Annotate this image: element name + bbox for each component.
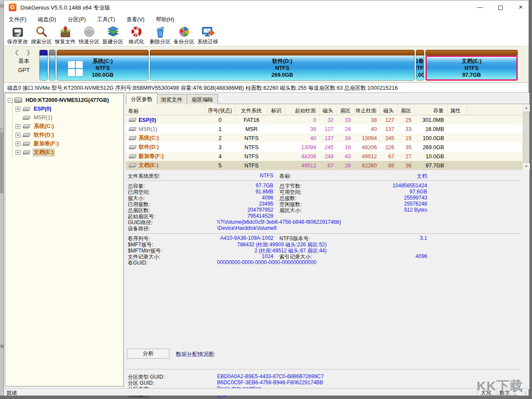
menu-partition[interactable]: 分区(P) — [63, 14, 91, 25]
collapse-expander-icon[interactable]: − — [8, 98, 13, 103]
col-capacity[interactable]: 容量 — [415, 105, 448, 115]
quick-partition-button[interactable]: 快速分区 — [77, 25, 101, 46]
col-end-head[interactable]: 磁头 — [380, 105, 398, 115]
col-attr[interactable]: 属性 — [448, 105, 467, 115]
tab-partition-params[interactable]: 分区参数 — [126, 93, 157, 105]
tree-item-d[interactable]: + 软件(D:) — [5, 131, 55, 139]
partition-block-e-selected[interactable]: 文档(E:) NTFS 97.7GB — [425, 50, 518, 81]
resize-grip[interactable]: ⠿ — [524, 391, 528, 396]
detail-row-mftmirr: $MFTMirr簇号: 2 (柱面:49512 磁头:67 扇区:44) — [126, 247, 522, 254]
detail-row-cluster-size: 簇大小: 4096 总簇数: 25599743 — [126, 195, 522, 201]
table-row-f[interactable]: 新加卷(F:) 4 NTFS 48206 248 43 49512 67 27 … — [126, 152, 522, 161]
expand-icon[interactable]: + — [16, 141, 20, 146]
maximize-button[interactable] — [493, 0, 508, 14]
menu-file[interactable]: 文件(F) — [4, 14, 31, 25]
tree-item-esp[interactable]: + ESP(0) — [5, 105, 52, 113]
detail-row-capacity: 总容量: 97.7GB 总字节数: 104856551424 — [126, 183, 522, 189]
partition-block-d[interactable]: 软件(D:) NTFS 269.0GB — [150, 50, 415, 81]
tab-sector-edit[interactable]: 扇区编辑 — [187, 94, 218, 104]
partition-icon — [23, 150, 31, 154]
col-end-cylinder[interactable]: 终止柱面 — [354, 105, 380, 115]
format-button[interactable]: 格式化 — [126, 25, 147, 46]
partition-icon — [129, 154, 137, 158]
tree-item-msr[interactable]: MSR(1) — [5, 113, 54, 122]
new-partition-button[interactable]: 新建分区 — [101, 25, 125, 46]
scrollbar-thumb[interactable] — [523, 111, 529, 163]
partition-block-f[interactable]: 新加卷(F:) NTFS 10.0GB — [416, 50, 424, 81]
layers-icon — [107, 26, 120, 39]
col-volume-label[interactable]: 卷标 — [126, 105, 205, 115]
tree-item-e-selected[interactable]: + 文档(E:) — [5, 148, 55, 157]
tree-item-c[interactable]: + 系统(C:) — [5, 122, 55, 131]
save-changes-button[interactable]: 保存更改 — [6, 25, 29, 46]
expand-icon[interactable]: + — [16, 107, 20, 111]
col-flag[interactable]: 标识 — [268, 105, 285, 115]
menu-view[interactable]: 查看(V) — [122, 14, 149, 25]
pie-icon — [178, 26, 191, 39]
table-row-d[interactable]: 软件(D:) 3 NTFS 13094 245 16 48206 226 35 … — [126, 143, 522, 152]
partition-body-msr — [49, 56, 55, 81]
title-bar[interactable]: G DiskGenius V5.5.0.1488 x64 专业版 — ✕ — [4, 0, 529, 14]
partition-block-msr[interactable] — [49, 50, 55, 81]
app-logo-icon: G — [9, 3, 16, 11]
status-bar: 就绪 大写 数字 ⠿ — [4, 388, 529, 396]
expand-icon[interactable]: + — [16, 133, 20, 137]
menu-bar: 文件(F) 磁盘(D) 分区(P) 工具(T) 查看(V) 帮助(H) — [4, 14, 529, 25]
minimize-button[interactable]: — — [473, 0, 487, 14]
detail-row-guid-path: GUID路径: \\?\Volume{b6dc0c5f-3eb6-4756-b9… — [126, 219, 522, 226]
partition-detail-panel: 分区参数 浏览文件 扇区编辑 卷标 序号(状态) 文件系统 标识 起始柱面 磁头… — [126, 93, 529, 389]
partition-cap-esp — [39, 50, 48, 56]
disk-nav: ❮ ❯ 基本 GPT — [13, 49, 34, 73]
fs-type-label: 文件系统类型: — [128, 173, 160, 180]
table-header-row: 卷标 序号(状态) 文件系统 标识 起始柱面 磁头 扇区 终止柱面 磁头 扇区 … — [126, 105, 522, 115]
scroll-up-icon[interactable]: ▲ — [523, 105, 530, 111]
detail-row-part-guid: 分区 GUID: B6DC0C5F-3EB6-4756-B946-F806229… — [126, 379, 522, 386]
menu-disk[interactable]: 磁盘(D) — [33, 14, 61, 25]
detail-row-fs-type: 文件系统类型: NTFS 卷标: 文档 — [126, 173, 522, 179]
tree-root-disk[interactable]: − HD0:KT2000-NVME512G(477GB) — [5, 96, 110, 105]
expand-icon[interactable]: + — [16, 124, 20, 129]
partition-icon — [129, 136, 137, 140]
partition-d-name: 软件(D:) — [272, 58, 292, 65]
col-filesystem[interactable]: 文件系统 — [235, 105, 268, 115]
partition-c-name: 系统(C:) — [93, 58, 113, 65]
partition-bar-panel: ❮ ❯ 基本 GPT 系统(C:) NTFS 100.0GB — [4, 46, 529, 83]
table-row-e-selected[interactable]: 文档(E:) 5 NTFS 49512 67 28 62260 88 36 97… — [126, 161, 522, 170]
col-start-cylinder[interactable]: 起始柱面 — [285, 105, 320, 115]
col-seq-status[interactable]: 序号(状态) — [205, 105, 235, 115]
recover-files-button[interactable]: 恢复文件 — [53, 25, 77, 46]
partition-block-esp[interactable] — [39, 50, 48, 81]
tree-item-f[interactable]: + 新加卷(F:) — [5, 139, 60, 148]
analyze-button[interactable]: 分析 — [127, 349, 169, 359]
table-row-esp[interactable]: ESP(0) 0 FAT16 0 32 33 38 127 25 301.0MB — [126, 115, 522, 124]
detail-row-used-space: 已用空间: 91.8MB 可用空间: 97.6GB — [126, 189, 522, 195]
status-ready: 就绪 — [6, 389, 17, 397]
search-partition-button[interactable]: 搜索分区 — [29, 25, 53, 46]
tab-browse-files[interactable]: 浏览文件 — [156, 94, 187, 104]
backup-partition-button[interactable]: 备份分区 — [172, 25, 196, 46]
system-migrate-button[interactable]: 系统迁移 — [196, 25, 220, 46]
expand-icon[interactable]: + — [16, 150, 20, 155]
detail-row-total-sectors: 总扇区数: 204797952 扇区大小: 512 Bytes — [126, 207, 522, 213]
menu-tools[interactable]: 工具(T) — [92, 14, 120, 25]
menu-help[interactable]: 帮助(H) — [151, 14, 179, 25]
window-title: DiskGenius V5.5.0.1488 x64 专业版 — [20, 4, 110, 12]
partition-block-c[interactable]: 系统(C:) NTFS 100.0GB — [57, 50, 149, 81]
disk-nav-arrows[interactable]: ❮ ❯ — [13, 49, 34, 56]
col-start-head[interactable]: 磁头 — [320, 105, 337, 115]
detail-row-mft: $MFT簇号: 786432 (柱面:49903 磁头:226 扇区:52) — [126, 241, 522, 248]
disk-tree-panel: − HD0:KT2000-NVME512G(477GB) + ESP(0) MS… — [5, 93, 124, 386]
table-vertical-scrollbar[interactable]: ▲ ▼ — [522, 105, 529, 170]
col-start-sector[interactable]: 扇区 — [337, 105, 354, 115]
magnifier-icon — [35, 26, 48, 39]
partition-e-size: 97.7GB — [462, 72, 481, 78]
close-button[interactable]: ✕ — [513, 0, 528, 14]
recover-files-icon — [59, 26, 72, 39]
trash-icon — [154, 26, 167, 39]
scroll-down-icon[interactable]: ▼ — [523, 163, 530, 170]
delete-partition-button[interactable]: 删除分区 — [148, 25, 172, 46]
partition-f-size: 10.0GB — [416, 72, 424, 78]
col-end-sector[interactable]: 扇区 — [398, 105, 415, 115]
table-row-c[interactable]: 系统(C:) 2 NTFS 40 137 34 13094 245 15 100… — [126, 134, 522, 143]
table-row-msr[interactable]: MSR(1) 1 MSR 38 127 26 40 137 33 16.0MB — [126, 124, 522, 134]
